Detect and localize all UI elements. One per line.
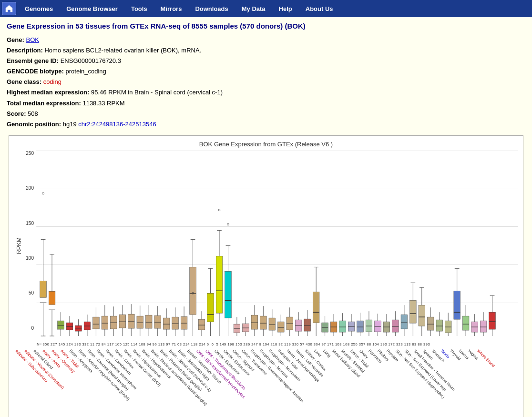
gencode-label: GENCODE biotype: [7, 68, 64, 75]
svg-rect-187 [427, 317, 434, 330]
svg-rect-52 [145, 315, 152, 328]
score-value: 508 [28, 110, 38, 117]
svg-rect-104 [251, 315, 258, 329]
svg-rect-153 [357, 321, 364, 332]
plot-area [36, 151, 518, 341]
svg-rect-112 [269, 318, 276, 330]
svg-rect-32 [102, 316, 108, 329]
svg-rect-100 [243, 324, 249, 332]
svg-rect-16 [66, 323, 73, 330]
chart-title: BOK Gene Expression from GTEx (Release V… [14, 141, 518, 148]
nav-help[interactable]: Help [272, 0, 299, 17]
n-values-row: N= 350 227 145 224 133 332 11 72 84 117 … [14, 342, 518, 346]
nav-genome-browser[interactable]: Genome Browser [60, 0, 124, 17]
nav-tools[interactable]: Tools [124, 0, 154, 17]
x-labels-container: Adipose - Subcutaneous Adipose - Viscera… [14, 346, 518, 417]
score-label: Score: [7, 110, 26, 117]
svg-rect-48 [137, 316, 143, 328]
total-label: Total median expression: [7, 100, 81, 107]
svg-rect-204 [462, 316, 469, 330]
nav-my-data[interactable]: My Data [235, 0, 272, 17]
highest-value: 95.46 RPKM in Brain - Spinal cord (cervi… [91, 89, 223, 96]
y-ticks: 250 200 150 100 50 0 [22, 151, 36, 341]
svg-rect-195 [445, 321, 451, 333]
svg-rect-116 [277, 322, 284, 332]
svg-rect-216 [489, 312, 496, 329]
svg-rect-86 [216, 256, 223, 313]
svg-rect-132 [313, 292, 319, 323]
navbar: Genomes Genome Browser Tools Mirrors Dow… [0, 0, 532, 17]
chart-plot: RPKM 250 200 150 100 50 0 [14, 151, 518, 341]
n-label: N= [37, 342, 41, 346]
svg-rect-60 [163, 318, 170, 329]
svg-rect-28 [93, 317, 100, 329]
svg-point-224 [227, 223, 229, 225]
total-value: 1138.33 RPKM [82, 100, 124, 107]
svg-rect-20 [75, 325, 82, 331]
x-label-whole-blood: Whole Blood [476, 348, 496, 368]
svg-rect-6 [49, 291, 55, 305]
main-content: Gene Expression in 53 tissues from GTEx … [0, 17, 532, 417]
highest-label: Highest median expression: [7, 89, 89, 96]
description-label: Description: [7, 47, 43, 54]
nav-mirrors[interactable]: Mirrors [154, 0, 189, 17]
svg-rect-173 [401, 315, 408, 329]
genomic-label: Genomic position: [7, 121, 61, 128]
n-values: 350 227 145 224 133 332 11 72 84 117 105… [42, 342, 430, 346]
boxplot-svg [36, 151, 518, 341]
svg-rect-169 [392, 320, 399, 332]
y-axis-label: RPKM [14, 151, 22, 341]
chart-area: RPKM 250 200 150 100 50 0 [14, 151, 518, 417]
description-value: Homo sapiens BCL2-related ovarian killer… [44, 47, 201, 54]
chart-container: BOK Gene Expression from GTEx (Release V… [9, 135, 523, 417]
svg-rect-145 [339, 321, 346, 332]
svg-rect-0 [40, 281, 47, 297]
gene-link[interactable]: BOK [26, 36, 39, 43]
svg-rect-40 [119, 315, 126, 328]
svg-rect-182 [419, 305, 425, 326]
nav-about-us[interactable]: About Us [299, 0, 340, 17]
ensembl-value: ENSG00000176720.3 [61, 57, 121, 64]
ensembl-label: Ensembl gene ID: [7, 57, 59, 64]
gene-info: Gene: BOK Description: Homo sapiens BCL2… [7, 35, 525, 130]
svg-rect-12 [58, 321, 64, 329]
class-value: coding [43, 78, 61, 85]
svg-rect-77 [198, 319, 205, 330]
class-label: Gene class: [7, 78, 41, 85]
svg-rect-72 [190, 267, 196, 315]
svg-rect-64 [172, 317, 179, 329]
svg-point-223 [218, 209, 220, 211]
gencode-value: protein_coding [66, 68, 106, 75]
nav-downloads[interactable]: Downloads [188, 0, 235, 17]
svg-rect-191 [436, 320, 443, 331]
page-title: Gene Expression in 53 tissues from GTEx … [7, 22, 525, 30]
x-label-lung: Lung [322, 348, 332, 358]
svg-rect-108 [260, 316, 267, 329]
svg-rect-81 [207, 293, 214, 322]
home-button[interactable] [2, 2, 16, 15]
svg-rect-212 [480, 321, 487, 332]
svg-rect-128 [304, 319, 311, 331]
genomic-ref: hg19 [63, 121, 77, 128]
nav-genomes[interactable]: Genomes [18, 0, 60, 17]
svg-rect-161 [375, 321, 381, 332]
genomic-link[interactable]: chr2:242498136-242513546 [78, 121, 156, 128]
svg-rect-199 [454, 291, 460, 319]
svg-rect-91 [225, 271, 232, 318]
svg-rect-177 [410, 300, 417, 323]
svg-point-221 [42, 193, 44, 194]
gene-label: Gene: [7, 36, 24, 43]
